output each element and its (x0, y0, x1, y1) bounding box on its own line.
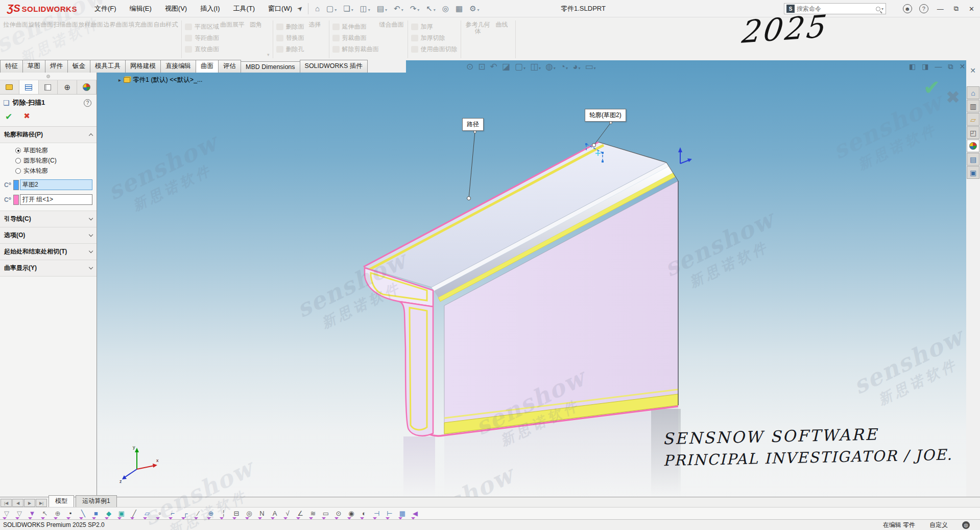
callout-profile[interactable]: 轮廓(草图2) (585, 109, 626, 122)
selection-filters-icon[interactable]: ▼ (28, 509, 37, 518)
tab-nav-last[interactable]: ▶| (36, 499, 47, 507)
collapse-right-icon[interactable]: ◨ (922, 62, 928, 71)
help-icon[interactable]: ? (84, 99, 91, 107)
ribbon-button-select[interactable]: 选择 (304, 20, 326, 28)
model-tab[interactable]: 运动算例1 (76, 495, 117, 507)
filter-blocks-icon[interactable]: ◐ (360, 509, 369, 518)
tab-dimxpert-manager[interactable]: ⊕ (58, 80, 77, 94)
menu-item[interactable]: 插入(I) (197, 3, 223, 15)
zoom-fit-icon[interactable]: ⊙ (466, 61, 473, 72)
ribbon-button[interactable]: 平面区域 (185, 22, 219, 31)
filter-surface-bodies-icon[interactable]: ◆ (104, 509, 113, 518)
ribbon-button[interactable]: 边界曲面 (103, 20, 128, 28)
ribbon-button[interactable]: 扫描曲面 (53, 20, 78, 28)
select-icon[interactable]: ↖ (424, 3, 437, 14)
ribbon-button[interactable]: 等距曲面 (185, 34, 219, 42)
web-help-icon[interactable]: ◍ (962, 521, 970, 529)
tab-nav-first[interactable]: |◀ (1, 499, 12, 507)
filter-solid-bodies-icon[interactable]: ▣ (117, 509, 126, 518)
filter-end-icon[interactable]: ◀ (411, 509, 420, 518)
login-icon[interactable]: ☻ (903, 4, 912, 13)
filter-notes-icon[interactable]: N (257, 509, 267, 518)
save-icon[interactable]: ◫ (358, 3, 372, 14)
properties-icon[interactable]: ▦ (454, 3, 464, 14)
filter-dimensions-icon[interactable]: ⊟ (232, 509, 241, 518)
tab-display-manager[interactable] (77, 80, 97, 94)
ribbon-button-fillet[interactable]: 圆角 (246, 20, 266, 28)
filter-cosmetic-threads-icon[interactable]: ◉ (347, 509, 356, 518)
help-icon[interactable]: ? (919, 4, 928, 13)
appearances-icon[interactable] (967, 140, 979, 152)
model-tab[interactable]: 模型 (49, 495, 74, 507)
filter-sketch-points-icon[interactable]: ▫ (155, 509, 164, 518)
tab-nav-prev[interactable]: ◀ (12, 499, 23, 507)
section-view-icon[interactable]: ◪ (502, 61, 510, 72)
filter-sketches-icon[interactable]: ⌐ (168, 509, 177, 518)
ribbon-button[interactable]: 剪裁曲面 (332, 34, 379, 42)
path-selection-field[interactable]: 打开 组<1> (20, 194, 92, 205)
ribbon-button[interactable]: 替换面 (276, 34, 304, 42)
panel-splitter[interactable] (0, 73, 97, 80)
doc-close-icon[interactable]: ✕ (959, 62, 965, 71)
ribbon-tab[interactable]: 评估 (218, 60, 241, 73)
taskpane-home-icon[interactable]: ⌂ (967, 86, 979, 99)
ribbon-button-knit[interactable]: 缝合曲面 (379, 20, 404, 28)
attach-icon[interactable]: ◎ (441, 3, 450, 14)
ribbon-tab[interactable]: 草图 (22, 60, 45, 73)
design-library-icon[interactable]: ▥ (967, 100, 979, 112)
tab-configuration-manager[interactable] (39, 80, 58, 94)
doc-restore-icon[interactable]: ⧉ (948, 62, 953, 71)
ribbon-tab[interactable]: 模具工具 (90, 60, 126, 73)
ribbon-button[interactable]: 自由样式 (153, 20, 178, 28)
radio-option[interactable]: 草图轮廓 (15, 146, 97, 155)
ribbon-button[interactable]: 延伸曲面 (332, 22, 379, 31)
radio-option[interactable]: 圆形轮廓(C) (15, 156, 97, 165)
ribbon-button-curves[interactable]: 曲线 (492, 20, 512, 28)
edit-appearance-icon[interactable]: ◔ (560, 62, 568, 72)
panel-section[interactable]: 选项(O) (0, 227, 97, 244)
filter-connection-points-icon[interactable]: ⊢ (385, 509, 394, 518)
filter-datums-icon[interactable]: ▭ (321, 509, 330, 518)
new-document-icon[interactable]: ▢ (325, 3, 338, 14)
magnified-selection-icon[interactable]: ⊕ (53, 509, 62, 518)
confirm-ok-icon[interactable]: ✔ (923, 76, 941, 99)
previous-view-icon[interactable]: ↶ (490, 61, 497, 72)
apply-scene-icon[interactable]: ◕ (572, 62, 580, 72)
view-palette-icon[interactable]: ◰ (967, 126, 979, 139)
minimize-button[interactable]: — (936, 5, 945, 13)
custom-properties-icon[interactable]: ▤ (967, 153, 979, 166)
ribbon-button[interactable]: 加厚切除 (411, 34, 458, 42)
panel-section[interactable]: 起始处和结束处相切(T) (0, 244, 97, 260)
filter-add-icon[interactable]: ▽ (15, 509, 24, 518)
radio-option[interactable]: 实体轮廓 (15, 167, 97, 175)
pin-icon[interactable]: ➤ (295, 4, 304, 13)
file-explorer-icon[interactable]: ▱ (967, 113, 979, 126)
panel-section[interactable]: 曲率显示(Y) (0, 260, 97, 276)
hide-show-items-icon[interactable]: ◍ (545, 61, 556, 72)
dropdown-arrow-icon[interactable]: ▾ (267, 52, 270, 57)
menu-item[interactable]: 文件(F) (91, 3, 119, 15)
tree-expand-icon[interactable]: ▸ (118, 77, 121, 83)
filter-faces-icon[interactable]: ■ (91, 509, 101, 518)
filter-magnify-icon[interactable]: ◎ (245, 509, 254, 518)
ribbon-button-flatten[interactable]: 曲面展平 (219, 20, 246, 28)
ribbon-button[interactable]: 拉伸曲面 (3, 20, 28, 28)
panel-section[interactable]: 引导线(C) (0, 211, 97, 227)
ok-button[interactable]: ✔ (5, 111, 12, 122)
view-settings-icon[interactable]: ▭ (585, 61, 595, 72)
tab-property-manager[interactable] (19, 80, 39, 94)
filter-midpoints-icon[interactable]: ∕ (194, 509, 203, 518)
ribbon-tab[interactable]: 钣金 (67, 60, 90, 73)
ribbon-button-ref-geometry[interactable]: 参考几何体 (464, 20, 492, 35)
cancel-button[interactable]: ✖ (23, 111, 30, 122)
ribbon-button[interactable]: 直纹曲面 (185, 45, 219, 54)
forum-icon[interactable]: ▣ (967, 166, 979, 179)
ribbon-tab[interactable]: 网格建模 (125, 60, 161, 73)
maximize-button[interactable]: ⧉ (952, 5, 960, 13)
ribbon-button[interactable]: 删除孔 (276, 45, 304, 54)
ribbon-tab[interactable]: SOLIDWORKS 插件 (300, 60, 368, 73)
zoom-area-icon[interactable]: ⊡ (478, 61, 485, 72)
ribbon-tab[interactable]: 曲面 (196, 60, 219, 73)
menu-item[interactable]: 编辑(E) (127, 3, 155, 15)
filter-weld-beads-icon[interactable]: ≋ (308, 509, 318, 518)
